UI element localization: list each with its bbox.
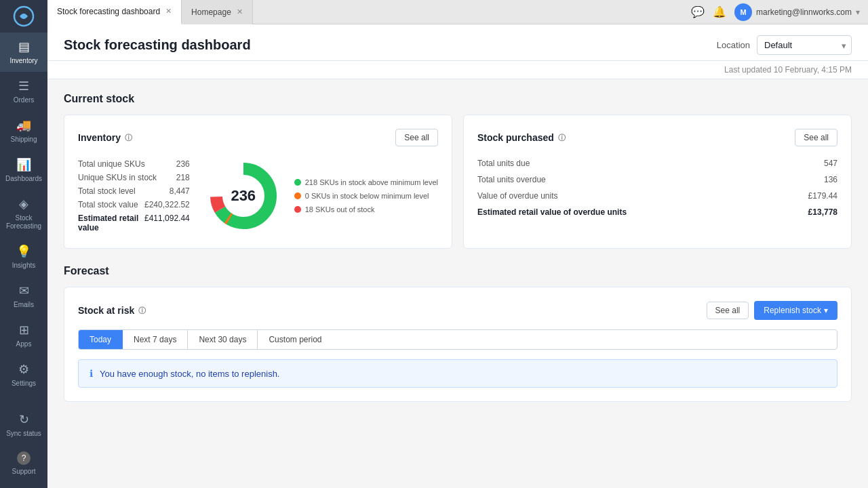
sidebar-item-settings[interactable]: ⚙ Settings [0,355,47,394]
no-items-message: ℹ You have enough stock, no items to rep… [78,359,837,388]
orders-icon: ☰ [18,79,29,94]
stock-at-risk-help-icon[interactable]: ⓘ [138,306,146,316]
stock-at-risk-title: Stock at risk ⓘ [78,305,146,316]
sidebar-item-support[interactable]: ? Support [0,445,47,483]
period-tab-next30[interactable]: Next 30 days [188,330,258,349]
location-area: Location Default [717,35,852,55]
stat-row-total-units-overdue: Total units overdue 136 [477,174,837,186]
forecast-actions: See all Replenish stock ▾ [707,301,837,320]
forecast-card-header: Stock at risk ⓘ See all Replenish stock … [78,301,837,320]
content-area: Stock forecasting dashboard Location Def… [47,24,868,488]
stat-row-unique-skus-in-stock: Unique SKUs in stock 218 [78,171,190,184]
location-select-wrapper: Default [757,35,852,55]
info-icon: ℹ [90,368,93,379]
forecasting-icon: ◈ [19,197,28,211]
bell-icon[interactable]: 🔔 [713,5,726,18]
replenish-stock-button[interactable]: Replenish stock ▾ [754,301,837,320]
stat-value: 218 [176,173,190,182]
sidebar-item-label: Shipping [11,136,37,144]
stat-label: Total stock value [78,200,138,209]
stat-label: Total units overdue [477,175,546,184]
stock-purchased-see-all-button[interactable]: See all [795,129,837,146]
stat-label: Estimated retail value of overdue units [477,207,627,217]
current-stock-title: Current stock [64,93,852,105]
stat-row-estimated-retail-value: Estimated retail value £411,092.44 [78,211,190,235]
sidebar-item-label: Stock Forecasting [3,214,45,230]
sidebar-item-label: Emails [14,301,34,309]
period-tab-next7[interactable]: Next 7 days [123,330,188,349]
sidebar-item-inventory[interactable]: ▤ Inventory [0,33,47,72]
stat-value: £13,778 [808,207,837,217]
forecast-see-all-button[interactable]: See all [707,302,749,319]
stock-purchased-stats: Total units due 547 Total units overdue … [477,157,837,218]
donut-number: 236 [231,187,256,205]
stat-label: Value of overdue units [477,191,558,201]
close-tab-homepage[interactable]: ✕ [237,7,243,16]
sidebar-item-sync-status[interactable]: ↻ Sync status [0,405,47,445]
legend-dot-orange [294,192,301,199]
sidebar-item-orders[interactable]: ☰ Orders [0,72,47,111]
legend-item-out: 18 SKUs out of stock [294,205,438,214]
inventory-stats: Total unique SKUs 236 Unique SKUs in sto… [78,157,190,235]
stat-label: Unique SKUs in stock [78,173,157,182]
tabs-bar: Stock forecasting dashboard ✕ Homepage ✕… [47,0,868,24]
forecast-section-title: Forecast [64,265,852,277]
user-area[interactable]: M marketing@linnworks.com ▾ [734,3,860,21]
inventory-body: Total unique SKUs 236 Unique SKUs in sto… [78,157,438,235]
tab-homepage[interactable]: Homepage ✕ [182,0,253,24]
sidebar-item-stock-forecasting[interactable]: ◈ Stock Forecasting [0,190,47,237]
legend-dot-red [294,206,301,213]
page-title: Stock forecasting dashboard [64,37,251,53]
stat-value: £240,322.52 [144,200,190,209]
stat-row-total-stock-value: Total stock value £240,322.52 [78,198,190,211]
sidebar-item-apps[interactable]: ⊞ Apps [0,316,47,355]
stock-purchased-title: Stock purchased ⓘ [477,132,566,143]
sidebar-item-label: Support [12,468,35,476]
last-updated: Last updated 10 February, 4:15 PM [47,61,868,79]
sidebar-item-label: Apps [16,340,32,348]
stock-purchased-help-icon[interactable]: ⓘ [558,133,566,143]
inventory-card-title: Inventory ⓘ [78,132,132,143]
sidebar-item-insights[interactable]: 💡 Insights [0,237,47,277]
period-tab-custom[interactable]: Custom period [258,330,332,349]
settings-icon: ⚙ [18,362,29,377]
stat-label: Estimated retail value [78,214,144,232]
sidebar-item-label: Dashboards [5,175,42,183]
support-icon: ? [17,451,31,465]
donut-chart: 236 [206,159,281,233]
sidebar-item-dashboards[interactable]: 📊 Dashboards [0,150,47,190]
close-tab-stock-forecasting[interactable]: ✕ [165,7,172,16]
location-select[interactable]: Default [757,35,852,55]
shipping-icon: 🚚 [16,118,31,133]
tab-stock-forecasting[interactable]: Stock forecasting dashboard ✕ [47,0,182,24]
sidebar: ▤ Inventory ☰ Orders 🚚 Shipping 📊 Dashbo… [0,0,47,488]
stat-label: Total unique SKUs [78,159,145,169]
tab-label: Homepage [191,7,231,17]
content-header: Stock forecasting dashboard Location Def… [47,24,868,61]
no-items-text: You have enough stock, no items to reple… [100,369,279,379]
period-tab-today[interactable]: Today [79,330,123,349]
inventory-icon: ▤ [18,39,30,54]
sidebar-item-shipping[interactable]: 🚚 Shipping [0,111,47,150]
inventory-help-icon[interactable]: ⓘ [125,133,132,143]
sidebar-item-emails[interactable]: ✉ Emails [0,277,47,316]
sidebar-logo [0,0,47,33]
legend-dot-green [294,179,301,186]
stat-label: Total units due [477,159,530,168]
tabs-bar-right: 💬 🔔 M marketing@linnworks.com ▾ [691,3,868,21]
stock-purchased-card: Stock purchased ⓘ See all Total units du… [463,115,852,249]
location-label: Location [717,40,750,50]
cards-row: Inventory ⓘ See all Total unique SKUs 23… [64,115,852,249]
inventory-card: Inventory ⓘ See all Total unique SKUs 23… [64,115,452,249]
logo-icon [13,5,35,27]
sidebar-item-label: Inventory [9,57,37,65]
stat-value: 136 [824,175,837,184]
legend-item-below: 0 SKUs in stock below minimum level [294,192,438,200]
tab-label: Stock forecasting dashboard [57,7,160,16]
inventory-see-all-button[interactable]: See all [395,129,438,146]
legend-label: 218 SKUs in stock above minimum level [305,178,438,186]
content-body: Current stock Inventory ⓘ See all [47,79,868,415]
stat-value: £179.44 [808,191,837,201]
stat-label: Total stock level [78,186,136,196]
chat-icon[interactable]: 💬 [691,5,705,18]
